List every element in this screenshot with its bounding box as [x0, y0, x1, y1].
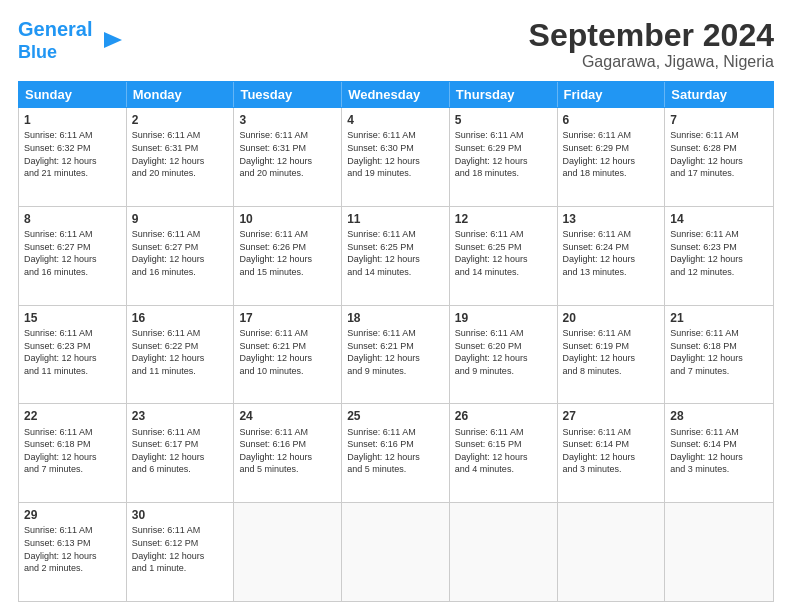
cell-info-4: Sunrise: 6:11 AMSunset: 6:30 PMDaylight:… [347, 129, 444, 179]
cell-23: 23 Sunrise: 6:11 AMSunset: 6:17 PMDaylig… [127, 404, 235, 502]
cell-info-23: Sunrise: 6:11 AMSunset: 6:17 PMDaylight:… [132, 426, 229, 476]
cell-empty-2 [342, 503, 450, 601]
location: Gagarawa, Jigawa, Nigeria [529, 53, 774, 71]
cell-info-16: Sunrise: 6:11 AMSunset: 6:22 PMDaylight:… [132, 327, 229, 377]
calendar-header: Sunday Monday Tuesday Wednesday Thursday… [18, 81, 774, 108]
day-num-11: 11 [347, 211, 444, 227]
day-num-13: 13 [563, 211, 660, 227]
day-num-2: 2 [132, 112, 229, 128]
day-num-27: 27 [563, 408, 660, 424]
cell-16: 16 Sunrise: 6:11 AMSunset: 6:22 PMDaylig… [127, 306, 235, 404]
cell-14: 14 Sunrise: 6:11 AMSunset: 6:23 PMDaylig… [665, 207, 773, 305]
header-sunday: Sunday [19, 82, 127, 107]
cell-info-15: Sunrise: 6:11 AMSunset: 6:23 PMDaylight:… [24, 327, 121, 377]
cell-24: 24 Sunrise: 6:11 AMSunset: 6:16 PMDaylig… [234, 404, 342, 502]
cell-info-21: Sunrise: 6:11 AMSunset: 6:18 PMDaylight:… [670, 327, 768, 377]
cell-1: 1 Sunrise: 6:11 AMSunset: 6:32 PMDayligh… [19, 108, 127, 206]
header-wednesday: Wednesday [342, 82, 450, 107]
header-tuesday: Tuesday [234, 82, 342, 107]
day-num-29: 29 [24, 507, 121, 523]
cell-25: 25 Sunrise: 6:11 AMSunset: 6:16 PMDaylig… [342, 404, 450, 502]
cell-info-5: Sunrise: 6:11 AMSunset: 6:29 PMDaylight:… [455, 129, 552, 179]
cell-17: 17 Sunrise: 6:11 AMSunset: 6:21 PMDaylig… [234, 306, 342, 404]
cell-18: 18 Sunrise: 6:11 AMSunset: 6:21 PMDaylig… [342, 306, 450, 404]
cell-info-27: Sunrise: 6:11 AMSunset: 6:14 PMDaylight:… [563, 426, 660, 476]
title-block: September 2024 Gagarawa, Jigawa, Nigeria [529, 18, 774, 71]
header-monday: Monday [127, 82, 235, 107]
svg-marker-0 [104, 32, 122, 48]
day-num-14: 14 [670, 211, 768, 227]
week-row-3: 15 Sunrise: 6:11 AMSunset: 6:23 PMDaylig… [19, 306, 773, 405]
cell-empty-5 [665, 503, 773, 601]
cell-info-7: Sunrise: 6:11 AMSunset: 6:28 PMDaylight:… [670, 129, 768, 179]
logo-text: General Blue [18, 18, 92, 63]
cell-info-17: Sunrise: 6:11 AMSunset: 6:21 PMDaylight:… [239, 327, 336, 377]
header-thursday: Thursday [450, 82, 558, 107]
cell-19: 19 Sunrise: 6:11 AMSunset: 6:20 PMDaylig… [450, 306, 558, 404]
day-num-24: 24 [239, 408, 336, 424]
day-num-18: 18 [347, 310, 444, 326]
cell-9: 9 Sunrise: 6:11 AMSunset: 6:27 PMDayligh… [127, 207, 235, 305]
day-num-10: 10 [239, 211, 336, 227]
cell-21: 21 Sunrise: 6:11 AMSunset: 6:18 PMDaylig… [665, 306, 773, 404]
day-num-23: 23 [132, 408, 229, 424]
week-row-1: 1 Sunrise: 6:11 AMSunset: 6:32 PMDayligh… [19, 108, 773, 207]
cell-10: 10 Sunrise: 6:11 AMSunset: 6:26 PMDaylig… [234, 207, 342, 305]
day-num-7: 7 [670, 112, 768, 128]
day-num-25: 25 [347, 408, 444, 424]
cell-empty-4 [558, 503, 666, 601]
cell-info-6: Sunrise: 6:11 AMSunset: 6:29 PMDaylight:… [563, 129, 660, 179]
day-num-20: 20 [563, 310, 660, 326]
cell-info-18: Sunrise: 6:11 AMSunset: 6:21 PMDaylight:… [347, 327, 444, 377]
cell-info-19: Sunrise: 6:11 AMSunset: 6:20 PMDaylight:… [455, 327, 552, 377]
logo-icon [94, 24, 126, 56]
day-num-12: 12 [455, 211, 552, 227]
cell-4: 4 Sunrise: 6:11 AMSunset: 6:30 PMDayligh… [342, 108, 450, 206]
cell-info-24: Sunrise: 6:11 AMSunset: 6:16 PMDaylight:… [239, 426, 336, 476]
week-row-5: 29 Sunrise: 6:11 AMSunset: 6:13 PMDaylig… [19, 503, 773, 601]
cell-info-14: Sunrise: 6:11 AMSunset: 6:23 PMDaylight:… [670, 228, 768, 278]
day-num-15: 15 [24, 310, 121, 326]
cell-28: 28 Sunrise: 6:11 AMSunset: 6:14 PMDaylig… [665, 404, 773, 502]
cell-2: 2 Sunrise: 6:11 AMSunset: 6:31 PMDayligh… [127, 108, 235, 206]
day-num-3: 3 [239, 112, 336, 128]
cell-7: 7 Sunrise: 6:11 AMSunset: 6:28 PMDayligh… [665, 108, 773, 206]
cell-info-30: Sunrise: 6:11 AMSunset: 6:12 PMDaylight:… [132, 524, 229, 574]
calendar: Sunday Monday Tuesday Wednesday Thursday… [18, 81, 774, 602]
day-num-22: 22 [24, 408, 121, 424]
cell-empty-3 [450, 503, 558, 601]
cell-info-11: Sunrise: 6:11 AMSunset: 6:25 PMDaylight:… [347, 228, 444, 278]
cell-info-29: Sunrise: 6:11 AMSunset: 6:13 PMDaylight:… [24, 524, 121, 574]
day-num-1: 1 [24, 112, 121, 128]
logo: General Blue [18, 18, 126, 63]
cell-info-1: Sunrise: 6:11 AMSunset: 6:32 PMDaylight:… [24, 129, 121, 179]
day-num-6: 6 [563, 112, 660, 128]
cell-info-22: Sunrise: 6:11 AMSunset: 6:18 PMDaylight:… [24, 426, 121, 476]
calendar-body: 1 Sunrise: 6:11 AMSunset: 6:32 PMDayligh… [18, 108, 774, 602]
day-num-21: 21 [670, 310, 768, 326]
cell-info-25: Sunrise: 6:11 AMSunset: 6:16 PMDaylight:… [347, 426, 444, 476]
cell-22: 22 Sunrise: 6:11 AMSunset: 6:18 PMDaylig… [19, 404, 127, 502]
cell-info-10: Sunrise: 6:11 AMSunset: 6:26 PMDaylight:… [239, 228, 336, 278]
cell-info-2: Sunrise: 6:11 AMSunset: 6:31 PMDaylight:… [132, 129, 229, 179]
cell-5: 5 Sunrise: 6:11 AMSunset: 6:29 PMDayligh… [450, 108, 558, 206]
cell-30: 30 Sunrise: 6:11 AMSunset: 6:12 PMDaylig… [127, 503, 235, 601]
week-row-4: 22 Sunrise: 6:11 AMSunset: 6:18 PMDaylig… [19, 404, 773, 503]
day-num-28: 28 [670, 408, 768, 424]
cell-20: 20 Sunrise: 6:11 AMSunset: 6:19 PMDaylig… [558, 306, 666, 404]
cell-3: 3 Sunrise: 6:11 AMSunset: 6:31 PMDayligh… [234, 108, 342, 206]
cell-11: 11 Sunrise: 6:11 AMSunset: 6:25 PMDaylig… [342, 207, 450, 305]
cell-26: 26 Sunrise: 6:11 AMSunset: 6:15 PMDaylig… [450, 404, 558, 502]
cell-27: 27 Sunrise: 6:11 AMSunset: 6:14 PMDaylig… [558, 404, 666, 502]
cell-info-13: Sunrise: 6:11 AMSunset: 6:24 PMDaylight:… [563, 228, 660, 278]
day-num-9: 9 [132, 211, 229, 227]
page: General Blue September 2024 Gagarawa, Ji… [0, 0, 792, 612]
cell-8: 8 Sunrise: 6:11 AMSunset: 6:27 PMDayligh… [19, 207, 127, 305]
cell-info-12: Sunrise: 6:11 AMSunset: 6:25 PMDaylight:… [455, 228, 552, 278]
cell-15: 15 Sunrise: 6:11 AMSunset: 6:23 PMDaylig… [19, 306, 127, 404]
day-num-5: 5 [455, 112, 552, 128]
day-num-19: 19 [455, 310, 552, 326]
cell-info-9: Sunrise: 6:11 AMSunset: 6:27 PMDaylight:… [132, 228, 229, 278]
day-num-8: 8 [24, 211, 121, 227]
day-num-26: 26 [455, 408, 552, 424]
